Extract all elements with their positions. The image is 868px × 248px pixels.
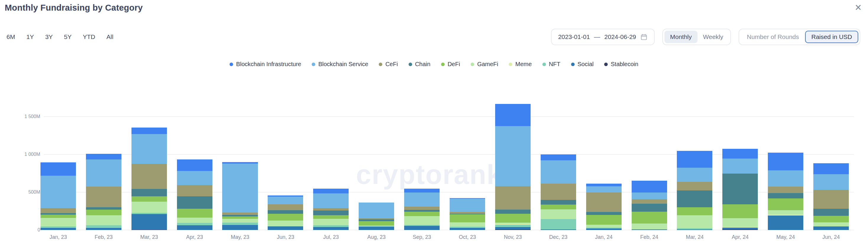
bar-segment-cefi — [313, 208, 349, 211]
date-separator: — — [594, 33, 600, 40]
stacked-bar — [359, 203, 394, 230]
bar-slot-may-24[interactable] — [763, 98, 808, 230]
bar-segment-defi — [677, 207, 712, 215]
bar-segment-blockchain-infrastructure — [768, 153, 803, 170]
range-button-1y[interactable]: 1Y — [26, 33, 34, 40]
bar-segment-nft — [541, 219, 576, 230]
bar-segment-blockchain-service — [131, 134, 167, 164]
bar-slot-dec-23[interactable] — [536, 98, 581, 230]
stacked-bar — [813, 163, 849, 230]
bar-segment-blockchain-infrastructure — [495, 104, 531, 126]
bar-segment-gamefi — [450, 222, 485, 227]
bar-slot-mar-23[interactable] — [126, 98, 172, 230]
stacked-bar — [450, 198, 485, 230]
legend-item-stablecoin[interactable]: Stablecoin — [604, 61, 638, 68]
range-button-6m[interactable]: 6M — [6, 33, 15, 40]
bar-segment-social — [131, 214, 167, 230]
legend-item-blockchain-infrastructure[interactable]: Blockchain Infrastructure — [229, 61, 301, 68]
date-range-picker[interactable]: 2023-01-01 — 2024-06-29 — [551, 29, 655, 45]
bar-slot-aug-23[interactable] — [354, 98, 399, 230]
granularity-option-monthly[interactable]: Monthly — [664, 31, 698, 43]
legend-dot-icon — [509, 63, 512, 66]
bar-segment-chain — [313, 211, 349, 215]
bar-segment-chain — [768, 193, 803, 199]
bar-segment-nft — [222, 223, 258, 225]
fundraising-chart-panel: Monthly Fundraising by Category × 6M1Y3Y… — [0, 0, 868, 248]
x-axis-label: Mar, 24 — [672, 234, 717, 240]
bar-slot-oct-23[interactable] — [445, 98, 490, 230]
calendar-icon[interactable] — [640, 33, 648, 41]
bar-segment-social — [177, 225, 212, 230]
bar-segment-cefi — [677, 182, 712, 190]
legend-item-cefi[interactable]: CeFi — [379, 61, 398, 68]
bar-slot-jul-23[interactable] — [308, 98, 354, 230]
bar-slot-may-23[interactable] — [217, 98, 263, 230]
legend-item-blockchain-service[interactable]: Blockchain Service — [312, 61, 368, 68]
range-button-ytd[interactable]: YTD — [83, 33, 95, 40]
bar-slot-sep-23[interactable] — [399, 98, 445, 230]
legend-label: NFT — [549, 61, 560, 68]
bar-segment-defi — [359, 221, 394, 225]
range-buttons: 6M1Y3Y5YYTDAll — [6, 33, 114, 40]
bar-slot-feb-24[interactable] — [627, 98, 672, 230]
bar-segment-gamefi — [632, 223, 667, 229]
close-icon[interactable]: × — [855, 2, 862, 13]
metric-option-number-of-rounds[interactable]: Number of Rounds — [741, 31, 805, 43]
bar-segment-cefi — [268, 204, 303, 210]
bar-slot-jan-24[interactable] — [581, 98, 627, 230]
bar-segment-cefi — [404, 207, 440, 210]
bar-segment-blockchain-infrastructure — [177, 160, 212, 171]
bar-slot-apr-24[interactable] — [717, 98, 763, 230]
bar-segment-chain — [722, 174, 758, 204]
bar-segment-blockchain-service — [268, 197, 303, 204]
bar-slot-jan-23[interactable] — [35, 98, 81, 230]
bar-segment-chain — [586, 212, 622, 215]
legend-item-nft[interactable]: NFT — [542, 61, 560, 68]
bar-segment-chain — [813, 209, 849, 216]
bar-slot-nov-23[interactable] — [490, 98, 536, 230]
bar-segment-blockchain-service — [359, 203, 394, 218]
bar-segment-cefi — [768, 187, 803, 193]
range-button-3y[interactable]: 3Y — [45, 33, 53, 40]
range-button-5y[interactable]: 5Y — [64, 33, 72, 40]
legend-item-defi[interactable]: DeFi — [441, 61, 460, 68]
bar-segment-gamefi — [813, 222, 849, 227]
x-axis-label: Jun, 24 — [808, 234, 854, 240]
bar-segment-blockchain-service — [86, 160, 121, 187]
bar-segment-blockchain-infrastructure — [86, 154, 121, 159]
bar-slot-jun-23[interactable] — [262, 98, 308, 230]
x-axis-label: Mar, 23 — [126, 234, 172, 240]
bar-segment-gamefi — [722, 218, 758, 227]
bar-slot-jun-24[interactable] — [808, 98, 854, 230]
bar-segment-chain — [677, 190, 712, 207]
bar-segment-social — [495, 227, 531, 229]
granularity-option-weekly[interactable]: Weekly — [698, 31, 729, 43]
stacked-bar — [40, 163, 76, 230]
stacked-bar — [177, 160, 212, 230]
x-axis-label: May, 24 — [763, 234, 808, 240]
bar-segment-defi — [404, 212, 440, 216]
bar-slot-apr-23[interactable] — [172, 98, 217, 230]
legend-item-gamefi[interactable]: GameFi — [471, 61, 498, 68]
x-axis-label: Apr, 23 — [172, 234, 217, 240]
x-axis-label: Sep, 23 — [399, 234, 445, 240]
legend-item-meme[interactable]: Meme — [509, 61, 532, 68]
metric-option-raised-in-usd[interactable]: Raised in USD — [805, 31, 858, 43]
stacked-bar — [495, 104, 531, 230]
legend-item-chain[interactable]: Chain — [409, 61, 430, 68]
x-axis-label: Jun, 23 — [262, 234, 308, 240]
range-button-all[interactable]: All — [106, 33, 113, 40]
legend-label: Chain — [415, 61, 430, 68]
bar-segment-gamefi — [268, 220, 303, 226]
granularity-toggle: MonthlyWeekly — [662, 29, 731, 45]
x-axis-label: Jan, 24 — [581, 234, 627, 240]
bar-slot-feb-23[interactable] — [81, 98, 126, 230]
bar-segment-blockchain-infrastructure — [586, 184, 622, 186]
legend-item-social[interactable]: Social — [571, 61, 593, 68]
bar-slot-mar-24[interactable] — [672, 98, 717, 230]
x-axis-label: Apr, 24 — [717, 234, 763, 240]
bar-segment-gamefi — [586, 225, 622, 227]
bar-segment-social — [586, 228, 622, 230]
bar-segment-blockchain-service — [541, 160, 576, 184]
bar-segment-blockchain-service — [586, 186, 622, 192]
